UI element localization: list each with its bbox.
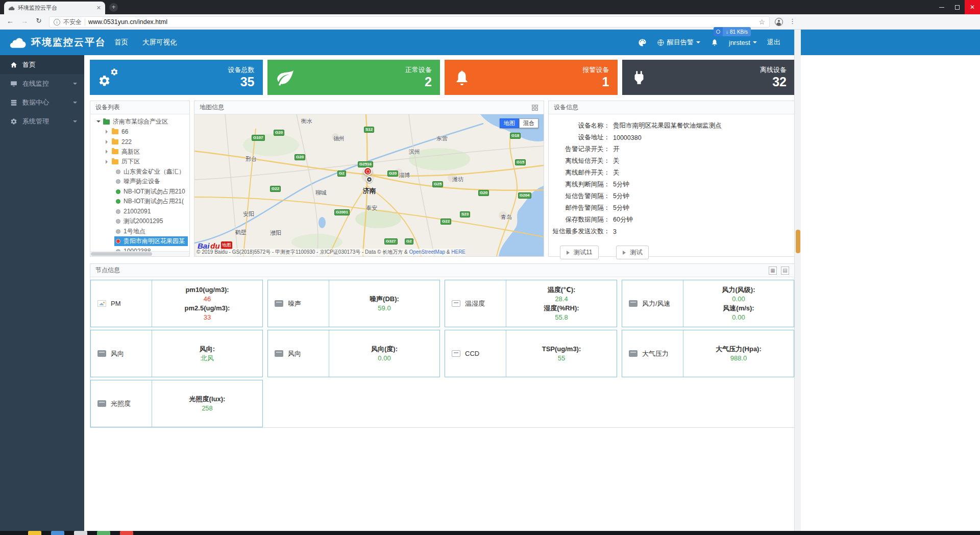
tree-node-root[interactable]: 济南市某综合产业区 [90,117,189,127]
tree-node-device[interactable]: 测试20001295 [90,216,189,227]
sidebar-item-label: 首页 [22,60,36,69]
metric-label: 风力(风级): [722,285,755,295]
device-marker-offline[interactable] [366,176,373,183]
page-scrollbar[interactable] [794,30,801,531]
sidebar-item-data-center[interactable]: 数据中心 [0,93,84,112]
page-scrollbar-thumb[interactable] [796,230,800,253]
tree-hscrollbar[interactable] [90,251,189,256]
folder-icon [112,139,118,144]
node-card-wind-direction-deg: 风向 风向(度): 0.00 [267,330,440,377]
tree-label: NB-IOT测试勿占用21( [124,197,184,206]
new-tab-button[interactable]: + [109,3,118,12]
status-dot-alarm [116,239,120,244]
theme-palette-icon[interactable] [638,38,647,47]
tree-hscrollbar-thumb[interactable] [91,252,152,256]
road-badge: G2 [337,171,346,177]
window-minimize-button[interactable] [934,0,949,14]
grid-view-icon[interactable]: ▦ [769,266,777,275]
node-card-pm: PM pm10(ug/m3): 46 pm2.5(ug/m3): 33 [90,280,263,327]
tree-node-device[interactable]: 1号地点 [90,227,189,237]
window-close-button[interactable]: ✕ [965,0,980,14]
device-info-header: 设备信息 [549,101,794,114]
browser-menu-icon[interactable]: ⋮ [789,17,796,25]
road-badge: G204 [518,192,531,199]
tree-node-device[interactable]: 21002091 [90,207,189,217]
metric-label: 湿度(%RH): [544,304,579,313]
test11-button[interactable]: 测试11 [560,246,599,259]
tab-close-icon[interactable]: ✕ [96,5,101,11]
metric-value: 988.0 [730,354,747,363]
site-info-icon[interactable]: i [54,19,60,26]
minimize-icon [939,7,944,8]
status-dot-offline [116,229,120,234]
sidebar-item-home[interactable]: 首页 [0,55,84,74]
stat-value: 35 [228,75,255,89]
maximize-icon [955,5,960,10]
sidebar-item-online-monitor[interactable]: 在线监控 [0,74,84,93]
nav-menu-bigscreen[interactable]: 大屏可视化 [142,38,177,47]
tree-node-device[interactable]: NB-IOT测试勿占用210 [90,187,189,197]
chevron-down-icon [73,83,77,87]
profile-icon[interactable] [775,18,783,26]
panel-title: 设备列表 [95,103,120,112]
copyright-link[interactable]: HERE [451,249,465,255]
tree-node-device[interactable]: 噪声扬尘设备 [90,177,189,187]
sensor-icon [629,350,638,357]
taskbar-icon[interactable] [74,531,87,535]
tree-label: 济南市某综合产业区 [113,117,168,126]
forward-icon[interactable]: → [19,17,30,25]
road-badge: S23 [460,211,470,217]
tree-node-folder[interactable]: 高新区 [90,147,189,157]
address-bar[interactable]: i 不安全 www.0531yun.cn/index.html ☆ [49,16,770,28]
sensor-icon [275,300,283,307]
reload-icon[interactable]: ↻ [34,17,44,25]
tree-node-folder[interactable]: 66 [90,127,189,137]
tree-node-folder[interactable]: 222 [90,137,189,147]
node-cards: PM pm10(ug/m3): 46 pm2.5(ug/m3): 33 噪声 噪… [90,277,794,427]
tree-node-device-selected[interactable]: 贵阳市南明区花果园某 [90,236,189,247]
alert-menu[interactable]: 醒目告警 [657,38,700,47]
taskbar-icon[interactable] [120,531,133,535]
map-canvas[interactable]: G107 G20 G20 S12 G2516 G2 G20 G25 G18 G1… [194,114,544,256]
test-button[interactable]: 测试 [616,246,649,259]
bell-icon [453,68,471,87]
notification-bell[interactable] [710,38,719,46]
metric-label: 噪声(DB): [370,295,399,304]
tree-node-folder[interactable]: 历下区 [90,157,189,167]
window-maximize-button[interactable] [949,0,965,14]
node-card-ccd: CCD TSP(ug/m3): 55 [445,330,617,377]
road-badge: G20 [295,154,305,160]
map-city-label: 濮阳 [270,229,281,237]
map-city-label-jinan: 济南 [363,187,376,196]
favicon-cloud-icon [8,6,15,11]
logout-button[interactable]: 退出 [767,38,780,47]
stat-label: 报警设备 [583,65,609,75]
user-menu[interactable]: jnrstest [729,39,757,46]
device-list-panel: 设备列表 济南市某综合产业区 66 222 高新区 历下区 山东黄金矿业（鑫汇）… [90,101,190,257]
node-card-illuminance: 光照度 光照度(lux): 258 [90,380,263,427]
sidebar-item-system-admin[interactable]: 系统管理 [0,112,84,131]
node-name: 噪声 [288,299,301,308]
url-text[interactable]: www.0531yun.cn/index.html [88,18,167,26]
map-tool-icon[interactable] [531,104,538,111]
map-layer-button-hybrid[interactable]: 混合 [519,118,538,128]
app-navbar: 环境监控云平台 首页 大屏可视化 醒目告警 jnrstest 退出 [0,30,980,55]
bookmark-star-icon[interactable]: ☆ [758,18,765,26]
taskbar-icon[interactable] [28,531,41,535]
back-icon[interactable]: ← [5,17,15,25]
taskbar-icon[interactable] [51,531,64,535]
info-row: 邮件告警间隔：5分钟 [549,202,794,214]
list-view-icon[interactable]: ▤ [781,266,789,275]
nav-menu-home[interactable]: 首页 [114,38,128,47]
download-speed-badge[interactable]: ↓81 KB/s [714,27,751,36]
taskbar-icon[interactable] [97,531,110,535]
tree-label: 噪声扬尘设备 [124,177,160,186]
tree-node-device[interactable]: NB-IOT测试勿占用21( [90,197,189,207]
copyright-link[interactable]: OpenStreetMap [409,249,445,255]
device-marker-alarm[interactable] [363,167,372,176]
browser-toolbar: ← → ↻ i 不安全 www.0531yun.cn/index.html ☆ … [0,14,980,30]
tree-node-device[interactable]: 山东黄金矿业（鑫汇） [90,167,189,177]
browser-tab[interactable]: 环境监控云平台 ✕ [4,2,105,14]
map-layer-button-map[interactable]: 地图 [500,118,519,128]
road-badge: G2 [405,238,413,245]
